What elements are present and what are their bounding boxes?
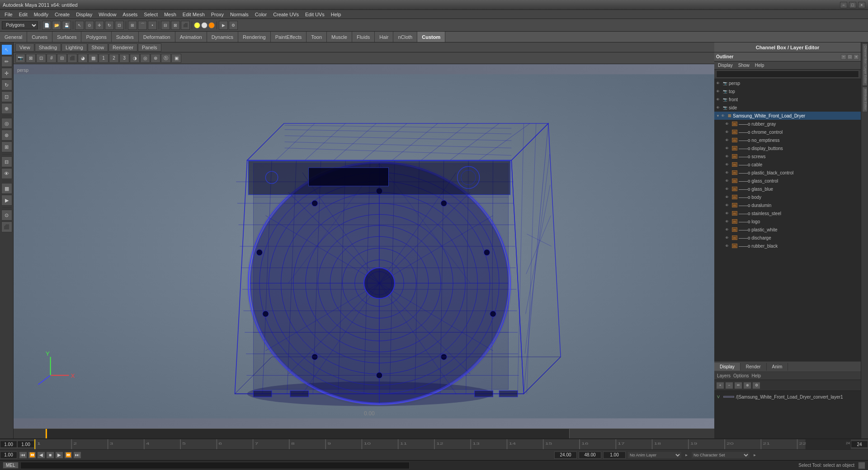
anim-layer-dropdown[interactable]: No Anim Layer — [627, 451, 682, 459]
render-region[interactable]: ▦ — [1, 183, 12, 194]
heads-up[interactable]: ⓗ — [161, 54, 171, 63]
lasso-btn[interactable]: ⊙ — [85, 21, 94, 30]
script-editor-btn[interactable] — [858, 462, 865, 469]
menu-select[interactable]: Select — [141, 11, 160, 18]
outliner-menu-help[interactable]: Help — [753, 62, 766, 68]
outliner-item-discharge[interactable]: 👁 m ——o discharge — [714, 234, 861, 242]
outliner-item-glass-blue[interactable]: 👁 m ——o glass_blue — [714, 185, 861, 193]
layer-sub-options[interactable]: Options — [733, 373, 749, 378]
step-back-btn[interactable]: ⏪ — [28, 451, 36, 459]
timeline-start-input[interactable] — [0, 441, 17, 448]
tab-dynamics[interactable]: Dynamics — [207, 32, 238, 42]
tab-curves[interactable]: Curves — [27, 32, 52, 42]
shadow-btn[interactable]: ◑ — [130, 54, 140, 63]
rotate-btn[interactable]: ↻ — [105, 21, 114, 30]
snap-point-btn[interactable]: • — [148, 21, 157, 30]
tab-rendering[interactable]: Rendering — [238, 32, 271, 42]
outliner-item-side[interactable]: 👁 📷 side — [714, 103, 861, 112]
menu-window[interactable]: Window — [96, 11, 119, 18]
viewport-3d[interactable]: X Y 0.00 persp — [14, 64, 714, 428]
tab-animation[interactable]: Animation — [175, 32, 207, 42]
outliner-item-stainless-steel[interactable]: 👁 m ——o stainless_steel — [714, 209, 861, 217]
character-set-dropdown[interactable]: No Character Set — [691, 451, 750, 459]
outliner-item-screws[interactable]: 👁 m ——o screws — [714, 152, 861, 160]
wireframe-btn[interactable]: ⊟ — [161, 21, 170, 30]
menu-proxy[interactable]: Proxy — [208, 11, 226, 18]
color-yellow-btn[interactable] — [194, 22, 200, 28]
menu-create[interactable]: Create — [52, 11, 72, 18]
render-btn[interactable]: ▶ — [219, 21, 228, 30]
layer-tab-anim[interactable]: Anim — [767, 363, 788, 371]
scale-tool[interactable]: ⊡ — [1, 91, 12, 102]
timeline-end-frame-input[interactable] — [851, 441, 868, 448]
menu-modify[interactable]: Modify — [31, 11, 51, 18]
menu-assets[interactable]: Assets — [120, 11, 140, 18]
attr-paint[interactable]: ⬛ — [1, 221, 12, 232]
outliner-item-duralumin[interactable]: 👁 m ——o duralumin — [714, 201, 861, 209]
layer-item-dryer[interactable]: V /|Samsung_White_Front_Load_Dryer_conve… — [717, 393, 858, 401]
lighting-menu[interactable]: Lighting — [61, 43, 87, 52]
view-menu[interactable]: View — [15, 43, 34, 52]
outliner-item-display-buttons[interactable]: 👁 m ——o display_buttons — [714, 144, 861, 152]
tab-custom[interactable]: Custom — [417, 32, 445, 42]
layer-new-btn[interactable]: + — [716, 382, 724, 389]
menu-help[interactable]: Help — [328, 11, 344, 18]
scale-btn[interactable]: ⊡ — [115, 21, 124, 30]
frame-rate-input[interactable] — [603, 451, 626, 459]
universal-tool[interactable]: ⊕ — [1, 103, 12, 114]
tab-polygons[interactable]: Polygons — [81, 32, 111, 42]
tab-muscle[interactable]: Muscle — [327, 32, 352, 42]
playback-end-input[interactable] — [554, 451, 577, 459]
outliner-menu-display[interactable]: Display — [716, 62, 735, 68]
outliner-item-logo[interactable]: 👁 m ——o logo — [714, 217, 861, 226]
outliner-item-plastic-white[interactable]: 👁 m ——o plastic_white — [714, 226, 861, 234]
skip-to-end-btn[interactable]: ⏭ — [73, 451, 81, 459]
outliner-search-input[interactable] — [716, 70, 859, 78]
menu-display[interactable]: Display — [73, 11, 95, 18]
menu-create-uvs[interactable]: Create UVs — [270, 11, 302, 18]
layer-del-btn[interactable]: − — [725, 382, 733, 389]
outliner-item-top[interactable]: 👁 📷 top — [714, 87, 861, 95]
tab-general[interactable]: General — [0, 32, 27, 42]
outliner-close-btn[interactable]: × — [854, 54, 859, 60]
new-file-btn[interactable]: 📄 — [42, 21, 51, 30]
outliner-minimize-btn[interactable]: − — [841, 54, 846, 60]
playback-end2-input[interactable] — [579, 451, 601, 459]
timeline-current-input[interactable] — [17, 441, 34, 448]
attr-editor-strip-btn[interactable]: Attribute Editor — [862, 87, 868, 112]
snap-curve-btn[interactable]: ⌒ — [138, 21, 147, 30]
channel-box-strip-btn[interactable]: Channel Box / Layer Editor — [862, 43, 868, 86]
layer-options-btn[interactable]: ⚙ — [752, 382, 760, 389]
timeline-scrubber[interactable] — [14, 428, 714, 438]
skip-to-start-btn[interactable]: ⏮ — [19, 451, 27, 459]
outliner-item-front[interactable]: 👁 📷 front — [714, 95, 861, 103]
sculpt-tool[interactable]: ⊛ — [1, 130, 12, 141]
menu-edit-mesh[interactable]: Edit Mesh — [180, 11, 208, 18]
snap-grid-btn[interactable]: ⊞ — [128, 21, 137, 30]
render-settings-btn[interactable]: ⚙ — [229, 21, 238, 30]
mode-dropdown[interactable]: Polygons — [2, 21, 38, 29]
color-orange-btn[interactable] — [208, 22, 215, 28]
camera-icon[interactable]: 📷 — [15, 54, 25, 63]
tab-hair[interactable]: Hair — [375, 32, 393, 42]
move-tool[interactable]: ✛ — [1, 68, 12, 79]
select-tool-btn[interactable]: ↖ — [75, 21, 84, 30]
material-btn[interactable]: ◕ — [78, 54, 88, 63]
tab-deformation[interactable]: Deformation — [139, 32, 175, 42]
color-white-btn[interactable] — [201, 22, 208, 28]
outliner-item-glass-control[interactable]: 👁 m ——o glass_control — [714, 177, 861, 185]
textured-btn[interactable]: ⬛ — [181, 21, 190, 30]
solid-btn[interactable]: ⊠ — [171, 21, 180, 30]
rotate-tool[interactable]: ↻ — [1, 80, 12, 90]
paint-tool[interactable]: ✏ — [1, 56, 12, 67]
render-tool[interactable]: ▶ — [1, 195, 12, 206]
maximize-button[interactable]: □ — [849, 2, 856, 8]
outliner-item-chrome-control[interactable]: 👁 m ——o chrome_control — [714, 128, 861, 136]
tab-painteffects[interactable]: PaintEffects — [271, 32, 307, 42]
soft-mod-tool[interactable]: ◎ — [1, 118, 12, 129]
tab-toon[interactable]: Toon — [307, 32, 327, 42]
close-button[interactable]: × — [858, 2, 865, 8]
outliner-menu-show[interactable]: Show — [736, 62, 751, 68]
layer-vis-toggle[interactable]: V — [717, 395, 722, 399]
menu-normals[interactable]: Normals — [227, 11, 251, 18]
